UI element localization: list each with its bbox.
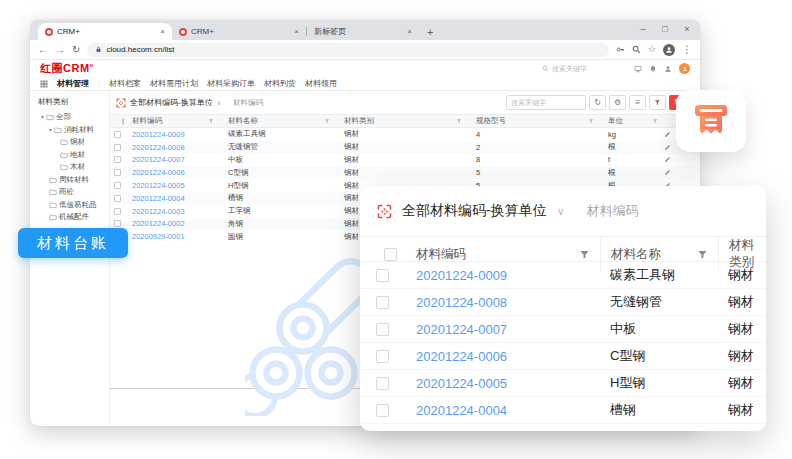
edit-icon[interactable] bbox=[664, 169, 671, 176]
close-button[interactable]: × bbox=[676, 20, 698, 38]
table-row[interactable]: 20201224-0009碳素工具钢钢材4kg bbox=[110, 128, 700, 141]
row-checkbox[interactable] bbox=[376, 323, 389, 336]
row-checkbox[interactable] bbox=[114, 195, 121, 202]
table-row[interactable]: 20201224-0006C型钢钢材 bbox=[360, 343, 766, 370]
tab-close-icon[interactable]: × bbox=[294, 27, 299, 36]
view-title[interactable]: 全部材料编码-换算单位 bbox=[130, 97, 213, 108]
bookmark-star-icon[interactable]: ☆ bbox=[648, 45, 656, 54]
table-row[interactable]: 20201224-0004槽钢钢材 bbox=[360, 397, 766, 424]
material-code-link[interactable]: 20201224-0006 bbox=[124, 168, 220, 177]
chevron-down-icon[interactable]: ∨ bbox=[557, 205, 565, 218]
filter-icon[interactable] bbox=[456, 118, 462, 124]
tree-item-wood[interactable]: 木材 bbox=[38, 161, 107, 174]
view-title[interactable]: 全部材料编码-换算单位 bbox=[402, 202, 547, 220]
org-avatar[interactable] bbox=[679, 63, 690, 74]
row-checkbox[interactable] bbox=[114, 182, 121, 189]
material-code-link[interactable]: 20201224-0004 bbox=[406, 403, 600, 418]
row-checkbox[interactable] bbox=[114, 156, 121, 163]
monitor-icon[interactable] bbox=[634, 65, 642, 73]
table-row[interactable]: 20201224-0007中板钢材 bbox=[360, 316, 766, 343]
row-checkbox[interactable] bbox=[376, 296, 389, 309]
filter-icon[interactable] bbox=[579, 249, 590, 260]
material-code-link[interactable]: 20201224-0006 bbox=[406, 349, 600, 364]
material-code-link[interactable]: 20201224-0005 bbox=[124, 181, 220, 190]
tree-item-concrete[interactable]: 商砼 bbox=[38, 186, 107, 199]
row-checkbox[interactable] bbox=[114, 220, 121, 227]
nav-item-requisition[interactable]: 材料领用 bbox=[305, 78, 337, 89]
nav-item-arrival[interactable]: 材料到货 bbox=[264, 78, 296, 89]
nav-item-requirement-plan[interactable]: 材料需用计划 bbox=[150, 78, 198, 89]
material-code-link[interactable]: 20201224-0008 bbox=[406, 295, 600, 310]
filter-button[interactable] bbox=[649, 95, 666, 110]
bell-icon[interactable] bbox=[649, 65, 657, 73]
edit-icon[interactable] bbox=[664, 144, 671, 151]
browser-tab-2[interactable]: CRM+ × bbox=[172, 23, 306, 40]
filter-icon[interactable] bbox=[208, 118, 214, 124]
material-code-link[interactable]: 20201224-0008 bbox=[124, 143, 220, 152]
material-code-link[interactable]: 20201224-0005 bbox=[406, 376, 600, 391]
material-code-link[interactable]: 20200929-0001 bbox=[124, 232, 220, 241]
row-checkbox[interactable] bbox=[376, 404, 389, 417]
tree-item-all[interactable]: ▾全部 bbox=[38, 111, 107, 124]
material-code-link[interactable]: 20201224-0003 bbox=[124, 207, 220, 216]
nav-item-purchase-order[interactable]: 材料采购订单 bbox=[207, 78, 255, 89]
chevron-down-icon[interactable]: ∨ bbox=[217, 99, 221, 106]
maximize-button[interactable]: □ bbox=[654, 20, 676, 38]
tree-item-steel[interactable]: 钢材 bbox=[38, 136, 107, 149]
caret-down-icon[interactable]: ▾ bbox=[41, 111, 44, 124]
keyword-search-input[interactable] bbox=[506, 95, 586, 110]
scan-icon[interactable] bbox=[377, 204, 392, 219]
apps-grid-icon[interactable] bbox=[40, 80, 48, 88]
settings-button[interactable]: ⚙ bbox=[609, 95, 626, 110]
nav-item-archives[interactable]: 材料档案 bbox=[109, 78, 141, 89]
tree-item-turnover-material[interactable]: 周转材料 bbox=[38, 174, 107, 187]
filter-icon[interactable] bbox=[324, 118, 330, 124]
global-search[interactable]: 搜索关键字 bbox=[542, 64, 587, 74]
tree-item-consumables[interactable]: ▾消耗材料 bbox=[38, 124, 107, 137]
new-tab-button[interactable]: + bbox=[427, 26, 433, 38]
filter-icon[interactable] bbox=[588, 118, 594, 124]
edit-icon[interactable] bbox=[664, 131, 671, 138]
user-icon[interactable] bbox=[664, 65, 672, 73]
tree-item-ground-material[interactable]: 地材 bbox=[38, 149, 107, 162]
tab-close-icon[interactable]: × bbox=[160, 27, 165, 36]
row-checkbox[interactable] bbox=[114, 131, 121, 138]
table-row[interactable]: 20201224-0008无缝钢管钢材2根 bbox=[110, 141, 700, 154]
material-code-link[interactable]: 20201224-0009 bbox=[124, 130, 220, 139]
material-code-link[interactable]: 20201224-0007 bbox=[406, 322, 600, 337]
material-code-link[interactable]: 20201224-0002 bbox=[124, 219, 220, 228]
select-all-checkbox[interactable] bbox=[384, 248, 397, 261]
tree-item-low-value[interactable]: 低值易耗品 bbox=[38, 199, 107, 212]
edit-icon[interactable] bbox=[664, 156, 671, 163]
material-code-link[interactable]: 20201224-0009 bbox=[406, 268, 600, 283]
row-checkbox[interactable] bbox=[114, 144, 121, 151]
back-button[interactable]: ← bbox=[38, 45, 48, 55]
refresh-button[interactable]: ↻ bbox=[589, 95, 606, 110]
table-row[interactable]: 20201224-0008无缝钢管钢材 bbox=[360, 289, 766, 316]
minimize-button[interactable]: – bbox=[632, 20, 654, 38]
row-checkbox[interactable] bbox=[114, 169, 121, 176]
table-row[interactable]: 20201224-0005H型钢钢材 bbox=[360, 370, 766, 397]
browser-tab-3[interactable]: 新标签页 × bbox=[307, 23, 419, 40]
forward-button[interactable]: → bbox=[55, 45, 65, 55]
table-row[interactable]: 20201224-0007中板钢材8t bbox=[110, 154, 700, 167]
tree-item-machine-parts[interactable]: 机械配件 bbox=[38, 211, 107, 224]
table-row[interactable]: 20201224-0006C型钢钢材5根 bbox=[110, 166, 700, 179]
material-code-link[interactable]: 20201224-0007 bbox=[124, 155, 220, 164]
filter-icon[interactable] bbox=[697, 249, 708, 260]
tab-close-icon[interactable]: × bbox=[407, 27, 412, 36]
reload-button[interactable]: ↻ bbox=[72, 45, 80, 55]
zoom-icon[interactable] bbox=[632, 45, 641, 54]
list-view-button[interactable]: ≡ bbox=[629, 95, 646, 110]
profile-avatar[interactable] bbox=[663, 44, 675, 56]
row-checkbox[interactable] bbox=[114, 208, 121, 215]
browser-tab-1[interactable]: CRM+ × bbox=[38, 23, 172, 40]
row-checkbox[interactable] bbox=[376, 269, 389, 282]
row-checkbox[interactable] bbox=[376, 350, 389, 363]
caret-down-icon[interactable]: ▾ bbox=[49, 124, 52, 137]
row-checkbox[interactable] bbox=[376, 377, 389, 390]
address-bar[interactable]: cloud.hecom.cn/list bbox=[87, 43, 609, 57]
browser-menu-icon[interactable]: ⋮ bbox=[682, 45, 692, 55]
key-icon[interactable] bbox=[616, 45, 625, 54]
filter-icon[interactable] bbox=[652, 118, 658, 124]
